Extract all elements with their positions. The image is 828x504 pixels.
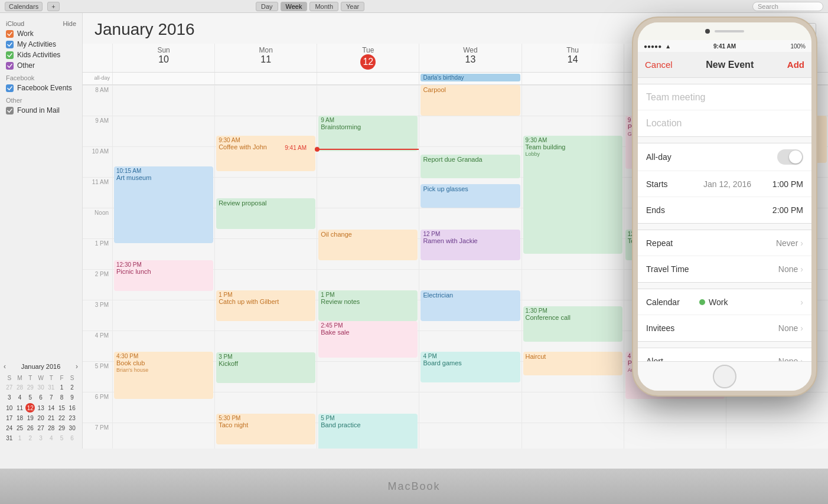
iphone-home-button[interactable] — [713, 365, 736, 388]
allday-cell-mon[interactable] — [214, 73, 317, 84]
found-in-mail-checkbox[interactable] — [6, 107, 14, 114]
allday-event-darla[interactable]: Darla's birthday — [420, 74, 520, 81]
event-location-input[interactable] — [646, 118, 803, 129]
mini-cal-prev[interactable]: ‹ — [4, 362, 6, 371]
mini-cal-date[interactable]: 28 — [15, 383, 25, 392]
sidebar-item-work[interactable]: Work — [0, 28, 82, 39]
allday-toggle[interactable] — [777, 149, 803, 165]
facebook-events-checkbox[interactable] — [6, 84, 14, 92]
work-checkbox[interactable] — [6, 30, 14, 38]
mini-cal-date[interactable]: 20 — [36, 414, 45, 423]
event-ramen-jackie[interactable]: 12 PM Ramen with Jackie — [420, 230, 520, 260]
travel-field[interactable]: Travel Time None › — [638, 256, 811, 282]
mini-cal-date[interactable]: 4 — [15, 393, 25, 402]
day-col-mon[interactable]: 9:30 AM Coffee with John Review proposal… — [214, 85, 317, 449]
mini-cal-date[interactable]: 31 — [5, 434, 14, 443]
mini-cal-date[interactable]: 13 — [36, 403, 45, 413]
sidebar-item-my-activities[interactable]: My Activities — [0, 39, 82, 50]
sidebar-item-other[interactable]: Other — [0, 60, 82, 71]
event-coffee-with-john[interactable]: 9:30 AM Coffee with John — [216, 136, 315, 171]
event-review-notes[interactable]: 1 PM Review notes — [318, 290, 418, 321]
add-button[interactable]: Add — [787, 60, 804, 70]
add-calendar-button[interactable]: + — [47, 2, 59, 11]
event-report-due[interactable]: Report due Granada — [420, 155, 520, 178]
mini-cal-date[interactable]: 5 — [25, 393, 35, 402]
mini-cal-date[interactable]: 18 — [15, 414, 25, 423]
event-kickoff[interactable]: 3 PM Kickoff — [216, 352, 315, 383]
day-col-sun[interactable]: 10:15 AM Art museum 12:30 PM Picnic lunc… — [112, 85, 214, 449]
event-brainstorming[interactable]: 9 AM Brainstorming — [318, 116, 418, 151]
event-band-practice[interactable]: 5 PM Band practice — [318, 414, 418, 449]
repeat-field[interactable]: Repeat Never › — [638, 230, 811, 256]
mini-cal-date[interactable]: 10 — [5, 403, 14, 413]
mini-cal-date[interactable]: 30 — [67, 424, 77, 433]
event-book-club[interactable]: 4:30 PM Book club Brian's house — [114, 352, 213, 399]
day-col-tue[interactable]: 9:41 AM 9 AM Brainstorming Oil change 1 … — [317, 85, 419, 449]
event-taco-night[interactable]: 5:30 PM Taco night — [216, 414, 315, 444]
mini-cal-date[interactable]: 2 — [25, 434, 35, 443]
allday-cell-sun[interactable] — [112, 73, 214, 84]
event-location-field[interactable] — [638, 110, 811, 136]
mini-cal-date[interactable]: 3 — [36, 434, 45, 443]
event-art-museum[interactable]: 10:15 AM Art museum — [114, 166, 213, 243]
mini-cal-date[interactable]: 3 — [5, 393, 14, 402]
day-col-wed[interactable]: Carpool Report due Granada Pick up glass… — [419, 85, 521, 449]
alert-field[interactable]: Alert None › — [638, 348, 811, 361]
mini-cal-date[interactable]: 30 — [36, 383, 45, 392]
mini-cal-date[interactable]: 19 — [25, 414, 35, 423]
cancel-button[interactable]: Cancel — [645, 60, 673, 70]
mini-cal-date[interactable]: 9 — [67, 393, 77, 402]
mini-cal-date[interactable]: 11 — [15, 403, 25, 413]
mini-cal-date[interactable]: 29 — [25, 383, 35, 392]
view-month-button[interactable]: Month — [309, 2, 338, 11]
mini-cal-date[interactable]: 29 — [57, 424, 67, 433]
mini-cal-next[interactable]: › — [76, 362, 78, 371]
event-electrician[interactable]: Electrician — [420, 290, 520, 321]
mini-cal-date[interactable]: 16 — [67, 403, 77, 413]
ends-field[interactable]: Ends 2:00 PM — [638, 197, 811, 223]
event-oil-change[interactable]: Oil change — [318, 230, 418, 260]
search-input[interactable]: Search — [752, 2, 823, 11]
mini-cal-date[interactable]: 7 — [47, 393, 56, 402]
sidebar-item-kids-activities[interactable]: Kids Activities — [0, 50, 82, 60]
other-checkbox[interactable] — [6, 62, 14, 70]
allday-cell-wed[interactable]: Darla's birthday — [419, 73, 521, 84]
mini-cal-today[interactable]: 12 — [25, 403, 35, 413]
mini-cal-date[interactable]: 17 — [5, 414, 14, 423]
mini-cal-date[interactable]: 1 — [57, 383, 67, 392]
event-title-input[interactable] — [646, 92, 803, 103]
mini-cal-date[interactable]: 27 — [5, 383, 14, 392]
view-week-button[interactable]: Week — [281, 2, 308, 11]
event-bake-sale[interactable]: 2:45 PM Bake sale — [318, 321, 418, 358]
event-team-building[interactable]: 9:30 AM Team building Lobby — [523, 136, 622, 254]
sidebar-item-found-in-mail[interactable]: Found in Mail — [0, 105, 82, 116]
event-carpool[interactable]: Carpool — [420, 85, 520, 116]
mini-cal-date[interactable]: 6 — [67, 434, 77, 443]
kids-activities-checkbox[interactable] — [6, 51, 14, 59]
hide-label[interactable]: Hide — [63, 20, 76, 27]
sidebar-item-facebook-events[interactable]: Facebook Events — [0, 83, 82, 93]
event-conference-call[interactable]: 1:30 PM Conference call — [523, 306, 622, 342]
mini-cal-date[interactable]: 14 — [47, 403, 56, 413]
event-catch-up-gilbert[interactable]: 1 PM Catch up with Gilbert — [216, 290, 315, 321]
event-pick-up-glasses[interactable]: Pick up glasses — [420, 184, 520, 208]
my-activities-checkbox[interactable] — [6, 41, 14, 48]
view-year-button[interactable]: Year — [341, 2, 364, 11]
mini-cal-date[interactable]: 6 — [36, 393, 45, 402]
event-title-field[interactable] — [638, 84, 811, 110]
allday-cell-tue[interactable] — [317, 73, 419, 84]
calendar-field[interactable]: Calendar Work › — [638, 289, 811, 315]
mini-cal-date[interactable]: 27 — [36, 424, 45, 433]
view-day-button[interactable]: Day — [256, 2, 278, 11]
event-picnic-lunch[interactable]: 12:30 PM Picnic lunch — [114, 260, 213, 291]
starts-field[interactable]: Starts Jan 12, 2016 1:00 PM — [638, 171, 811, 197]
mini-cal-date[interactable]: 4 — [47, 434, 56, 443]
mini-cal-date[interactable]: 8 — [57, 393, 67, 402]
mini-cal-date[interactable]: 21 — [47, 414, 56, 423]
invitees-field[interactable]: Invitees None › — [638, 315, 811, 341]
mini-cal-date[interactable]: 25 — [15, 424, 25, 433]
mini-cal-date[interactable]: 26 — [25, 424, 35, 433]
allday-cell-thu[interactable] — [521, 73, 624, 84]
mini-cal-date[interactable]: 24 — [5, 424, 14, 433]
mini-cal-date[interactable]: 22 — [57, 414, 67, 423]
